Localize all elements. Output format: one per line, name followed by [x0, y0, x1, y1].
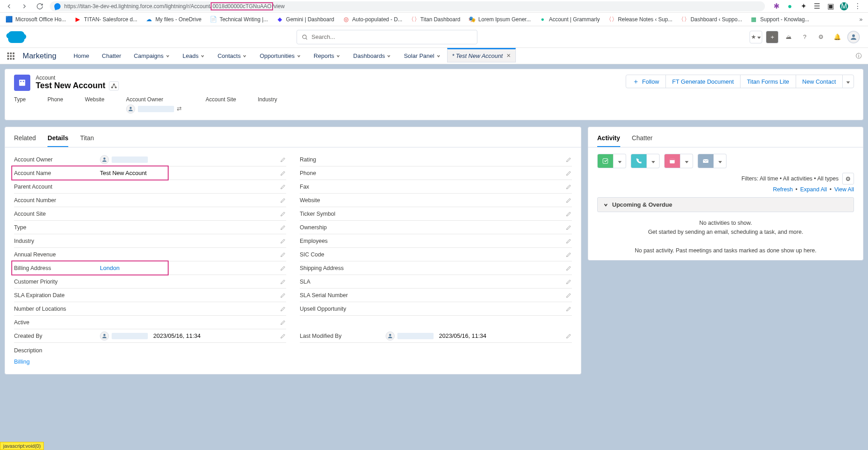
edit-icon[interactable]	[566, 197, 572, 204]
more-actions-dropdown[interactable]	[842, 75, 854, 88]
edit-icon[interactable]	[566, 156, 572, 163]
trailhead-icon[interactable]: ⛰	[782, 31, 795, 43]
follow-button[interactable]: ＋Follow	[626, 75, 666, 88]
workspace-tab[interactable]: * Test New Account✕	[447, 48, 516, 62]
help-icon[interactable]: ?	[798, 31, 811, 43]
nav-campaigns[interactable]: Campaigns	[127, 48, 176, 64]
global-search[interactable]: Search...	[297, 30, 477, 44]
upcoming-section[interactable]: Upcoming & Overdue	[597, 197, 854, 212]
edit-icon[interactable]	[566, 333, 572, 339]
email-dropdown[interactable]	[714, 154, 726, 168]
menu-icon[interactable]: ⋮	[854, 2, 862, 10]
change-owner-icon[interactable]: ⇄	[177, 105, 184, 113]
nav-opportunities[interactable]: Opportunities	[253, 48, 307, 64]
ext-icon[interactable]: ●	[786, 2, 794, 10]
forward-button[interactable]	[19, 1, 30, 12]
favorites-icon[interactable]: ★	[750, 31, 762, 43]
edit-icon[interactable]	[566, 184, 572, 190]
back-button[interactable]	[4, 1, 14, 12]
edit-icon[interactable]	[566, 251, 572, 258]
task-dropdown[interactable]	[613, 154, 626, 168]
bookmark[interactable]: 📄Technical Writing |...	[210, 16, 268, 23]
extensions-icon[interactable]: ✦	[799, 2, 807, 10]
nav-solar-panel[interactable]: Solar Panel	[397, 48, 447, 64]
new-event-button[interactable]	[664, 154, 680, 168]
nav-leads[interactable]: Leads	[176, 48, 211, 64]
bookmark[interactable]: 〈〉Release Notes ‹ Sup...	[608, 16, 673, 23]
nav-home[interactable]: Home	[67, 48, 96, 64]
bookmark[interactable]: 〈〉Dashboard ‹ Suppo...	[680, 16, 742, 23]
nav-chatter[interactable]: Chatter	[95, 48, 127, 64]
profile-avatar[interactable]: M	[840, 2, 848, 10]
edit-icon[interactable]	[280, 238, 286, 244]
bookmarks-overflow[interactable]: »	[859, 16, 863, 23]
edit-icon[interactable]	[566, 265, 572, 271]
expand-all-link[interactable]: Expand All	[800, 186, 827, 193]
edit-icon[interactable]	[280, 197, 286, 204]
bookmark[interactable]: ▶TITAN- Salesforce d...	[74, 16, 137, 23]
edit-icon[interactable]	[280, 333, 286, 339]
edit-icon[interactable]	[566, 306, 572, 312]
edit-icon[interactable]	[280, 319, 286, 326]
tab-details[interactable]: Details	[47, 134, 68, 147]
tab-chatter[interactable]: Chatter	[632, 134, 653, 147]
reload-button[interactable]	[34, 1, 45, 12]
edit-icon[interactable]	[280, 170, 286, 176]
edit-icon[interactable]	[566, 170, 572, 176]
edit-icon[interactable]	[280, 251, 286, 258]
edit-icon[interactable]	[280, 292, 286, 298]
edit-icon[interactable]	[566, 279, 572, 285]
nav-dashboards[interactable]: Dashboards	[347, 48, 397, 64]
add-icon[interactable]: ＋	[766, 31, 778, 43]
window-icon[interactable]: ▣	[826, 2, 835, 10]
edit-icon[interactable]	[280, 211, 286, 217]
tab-activity[interactable]: Activity	[597, 134, 620, 147]
view-all-link[interactable]: View All	[834, 186, 854, 193]
bookmark[interactable]: 〈〉Titan Dashboard	[410, 16, 460, 23]
notifications-icon[interactable]: 🔔	[831, 31, 844, 43]
titan-forms-lite-button[interactable]: Titan Forms Lite	[740, 75, 796, 88]
edit-icon[interactable]	[280, 184, 286, 190]
detail-field: Account Number	[14, 194, 286, 207]
reading-list-icon[interactable]: ☰	[813, 2, 821, 10]
new-task-button[interactable]	[597, 154, 613, 168]
tab-related[interactable]: Related	[14, 134, 36, 147]
log-call-button[interactable]	[631, 154, 647, 168]
refresh-link[interactable]: Refresh	[773, 186, 793, 193]
edit-icon[interactable]	[566, 238, 572, 244]
call-dropdown[interactable]	[647, 154, 660, 168]
new-contact-button[interactable]: New Contact	[796, 75, 843, 88]
bookmark[interactable]: ☁My files - OneDrive	[146, 16, 202, 23]
edit-icon[interactable]	[280, 224, 286, 231]
nav-contacts[interactable]: Contacts	[211, 48, 253, 64]
edit-icon[interactable]	[566, 292, 572, 298]
nav-info-icon[interactable]: ⓘ	[854, 52, 863, 60]
setup-gear-icon[interactable]: ⚙	[815, 31, 827, 43]
bookmark[interactable]: ●Account | Grammarly	[539, 16, 599, 23]
edit-icon[interactable]	[566, 211, 572, 217]
activity-settings-icon[interactable]: ⚙	[842, 173, 854, 185]
generate-document-button[interactable]: FT Generate Document	[665, 75, 741, 88]
event-dropdown[interactable]	[680, 154, 693, 168]
bookmark[interactable]: 🟦Microsoft Office Ho...	[5, 16, 66, 23]
bookmark[interactable]: ◎Auto-populated - D...	[342, 16, 402, 23]
edit-icon[interactable]	[280, 156, 286, 163]
edit-icon[interactable]	[280, 265, 286, 271]
billing-link[interactable]: Billing	[14, 358, 572, 365]
ext-icon[interactable]: ✱	[772, 2, 780, 10]
bookmark[interactable]: ◆Gemini | Dashboard	[276, 16, 335, 23]
hierarchy-icon[interactable]	[109, 81, 119, 90]
email-button[interactable]	[698, 154, 714, 168]
edit-icon[interactable]	[566, 224, 572, 231]
bookmark[interactable]: ▦Support - Knowlag...	[750, 16, 809, 23]
edit-icon[interactable]	[280, 279, 286, 285]
user-avatar[interactable]	[847, 31, 860, 43]
app-launcher-icon[interactable]	[5, 51, 16, 62]
field-label: Account Site	[14, 211, 100, 217]
address-bar[interactable]: https://titan-3e-dev-ed.lightning.force.…	[50, 1, 765, 11]
bookmark[interactable]: 🎭Lorem Ipsum Gener...	[468, 16, 531, 23]
nav-reports[interactable]: Reports	[307, 48, 347, 64]
edit-icon[interactable]	[280, 306, 286, 312]
tab-titan[interactable]: Titan	[80, 134, 94, 147]
close-tab-icon[interactable]: ✕	[506, 52, 511, 59]
